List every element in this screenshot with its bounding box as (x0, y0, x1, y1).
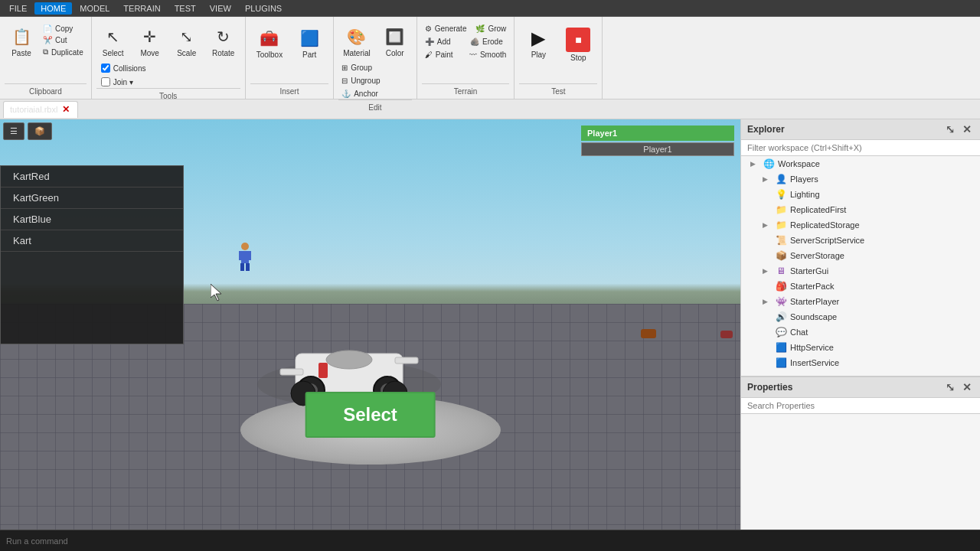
svg-rect-3 (239, 251, 243, 260)
paint-terrain-button[interactable]: 🖌 Paint (422, 49, 463, 60)
edit-bottom: ⊞ Group ⊟ Ungroup ⚓ Anchor (338, 62, 412, 99)
grow-button[interactable]: 🌿 Grow (472, 23, 509, 34)
select-overlay-button[interactable]: Select (305, 392, 436, 438)
copy-icon: 📄 (43, 24, 52, 33)
explorer-item-serverscriptservice[interactable]: 📜ServerScriptService (741, 233, 980, 248)
rotate-button[interactable]: ↻ Rotate (207, 23, 240, 60)
package-button[interactable]: 📦 (28, 122, 52, 140)
player-bar: Player1 (581, 126, 734, 141)
group-button[interactable]: ⊞ Group (338, 62, 412, 73)
toolbox-button[interactable]: 🧰 Toolbox (250, 23, 289, 64)
material-button[interactable]: 🎨 Material (338, 23, 375, 60)
scale-icon: ⤡ (176, 26, 198, 47)
color-button[interactable]: 🔲 Color (378, 23, 412, 60)
select-icon: ↖ (103, 26, 124, 47)
smooth-button[interactable]: 〰 Smooth (466, 49, 509, 60)
tab-close-button[interactable]: ✕ (60, 104, 71, 115)
svg-rect-9 (280, 369, 303, 375)
item-label-13: InsertService (790, 358, 977, 367)
command-input[interactable] (6, 536, 974, 546)
join-row[interactable]: Join ▾ (100, 76, 240, 88)
item-icon-2: 💡 (775, 188, 787, 201)
menu-home[interactable]: HOME (34, 2, 72, 15)
duplicate-button[interactable]: ⧉ Duplicate (40, 46, 87, 58)
copy-button[interactable]: 📄 Copy (40, 23, 87, 34)
kart-panel-empty (1, 252, 183, 344)
item-label-11: Chat (790, 328, 977, 337)
explorer-item-soundscape[interactable]: 🔊Soundscape (741, 309, 980, 324)
paste-button[interactable]: 📋 Paste (5, 23, 38, 60)
viewport[interactable]: ☰ 📦 Player1 Player1 KartRed KartGreen Ka… (0, 119, 740, 530)
explorer-item-chat[interactable]: 💬Chat (741, 324, 980, 340)
menu-file[interactable]: FILE (3, 2, 33, 15)
menu-bar: FILE HOME MODEL TERRAIN TEST VIEW PLUGIN… (0, 0, 980, 17)
generate-button[interactable]: ⚙ Generate (422, 23, 470, 34)
explorer-header-actions: ⤡ ✕ (943, 122, 974, 136)
properties-panel: Properties ⤡ ✕ (741, 377, 980, 530)
paste-label: Paste (11, 49, 31, 57)
explorer-search-input[interactable] (741, 140, 980, 156)
explorer-expand-button[interactable]: ⤡ (943, 122, 957, 136)
play-icon: ▶ (528, 28, 549, 49)
ribbon-terrain-section: ⚙ Generate 🌿 Grow ➕ Add 🪨 Erode (417, 17, 515, 99)
explorer-item-players[interactable]: ▶👤Players (741, 171, 980, 187)
explorer-item-lighting[interactable]: 💡Lighting (741, 187, 980, 202)
move-button[interactable]: ✛ Move (133, 23, 167, 60)
expand-arrow-0[interactable]: ▶ (750, 160, 760, 168)
explorer-item-startergui[interactable]: ▶🖥StarterGui (741, 263, 980, 279)
generate-icon: ⚙ (425, 24, 432, 33)
erode-button[interactable]: 🪨 Erode (467, 36, 509, 47)
explorer-item-httpservice[interactable]: 🟦HttpService (741, 340, 980, 355)
item-label-6: ServerStorage (790, 251, 977, 260)
explorer-item-starterpack[interactable]: 🎒StarterPack (741, 279, 980, 294)
explorer-item-replicatedstorage[interactable]: ▶📁ReplicatedStorage (741, 217, 980, 233)
add-terrain-button[interactable]: ➕ Add (422, 36, 464, 47)
kart-item-green[interactable]: KartGreen (1, 187, 183, 209)
material-icon: 🎨 (346, 26, 368, 47)
properties-title: Properties (747, 382, 792, 393)
terrain-top: ⚙ Generate 🌿 Grow (422, 23, 510, 34)
item-label-4: ReplicatedStorage (790, 220, 977, 230)
properties-header-actions: ⤡ ✕ (943, 380, 974, 394)
ungroup-button[interactable]: ⊟ Ungroup (338, 75, 412, 86)
expand-arrow-4[interactable]: ▶ (763, 221, 772, 229)
part-button[interactable]: 🟦 Part (290, 23, 328, 64)
explorer-item-serverstorage[interactable]: 📦ServerStorage (741, 248, 980, 263)
collisions-checkbox[interactable]: Collisions (100, 62, 240, 74)
explorer-item-workspace[interactable]: ▶🌐Workspace (741, 156, 980, 171)
kart-item-default[interactable]: Kart (1, 230, 183, 252)
expand-arrow-7[interactable]: ▶ (763, 267, 772, 275)
kart-item-blue[interactable]: KartBlue (1, 209, 183, 230)
stop-button[interactable]: ■ Stop (559, 23, 597, 67)
properties-expand-button[interactable]: ⤡ (943, 380, 957, 394)
menu-view[interactable]: VIEW (204, 2, 237, 15)
expand-arrow-1[interactable]: ▶ (763, 175, 772, 183)
menu-terrain[interactable]: TERRAIN (117, 2, 166, 15)
kart-item-red[interactable]: KartRed (1, 166, 183, 187)
anchor-button[interactable]: ⚓ Anchor (338, 88, 412, 99)
properties-search-input[interactable] (741, 398, 980, 414)
explorer-item-starterplayer[interactable]: ▶👾StarterPlayer (741, 294, 980, 309)
explorer-item-insertservice[interactable]: 🟦InsertService (741, 355, 980, 370)
hamburger-icon: ☰ (10, 126, 18, 136)
explorer-item-replicatedfirst[interactable]: 📁ReplicatedFirst (741, 202, 980, 217)
menu-toggle-button[interactable]: ☰ (3, 122, 24, 140)
select-button[interactable]: ↖ Select (96, 23, 130, 60)
properties-close-button[interactable]: ✕ (960, 380, 974, 394)
explorer-close-button[interactable]: ✕ (960, 122, 974, 136)
menu-test[interactable]: TEST (168, 2, 202, 15)
ribbon-test-section: ▶ Play ■ Stop Test (514, 17, 603, 99)
player-name-label: Player1 (643, 145, 671, 154)
play-button[interactable]: ▶ Play (519, 23, 557, 64)
menu-model[interactable]: MODEL (74, 2, 116, 15)
expand-arrow-9[interactable]: ▶ (763, 298, 772, 305)
menu-plugins[interactable]: PLUGINS (239, 2, 288, 15)
item-icon-5: 📜 (775, 234, 787, 246)
item-icon-7: 🖥 (775, 265, 787, 277)
file-tab[interactable]: tutoriaial.rbxl ✕ (3, 101, 78, 118)
cut-button[interactable]: ✂️ Cut (40, 34, 87, 46)
move-icon: ✛ (139, 26, 161, 47)
scale-button[interactable]: ⤡ Scale (170, 23, 204, 60)
terrain-mid: ➕ Add 🪨 Erode (422, 36, 510, 47)
item-icon-3: 📁 (775, 204, 787, 216)
